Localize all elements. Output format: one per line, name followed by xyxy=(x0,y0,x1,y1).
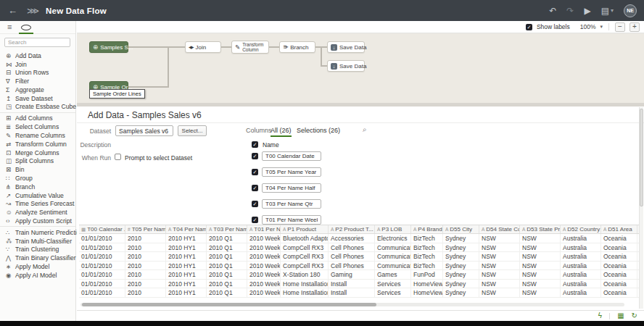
zoom-in-button[interactable]: + xyxy=(629,22,640,32)
field-name-input[interactable] xyxy=(262,199,321,209)
field-checkbox[interactable]: ✓ xyxy=(252,153,258,159)
sidebar-step-item[interactable]: ⊟ Union Rows xyxy=(0,69,75,78)
field-name-input[interactable] xyxy=(262,151,321,161)
field-checkbox[interactable]: ✓ xyxy=(252,201,258,207)
panel-vertical-scrollbar[interactable] xyxy=(639,107,643,309)
sidebar-step-item[interactable]: Σ Aggregate xyxy=(0,85,75,94)
table-column-header[interactable]: ▦ T00 Calendar ... xyxy=(79,225,125,233)
table-column-header[interactable]: A D54 State Code xyxy=(479,225,520,233)
table-column-header[interactable]: A P1 Product xyxy=(281,225,329,233)
dataflow-canvas[interactable]: ⊕ Samples S... ◀▶ Join ✎ Transform Colum… xyxy=(77,33,644,106)
user-avatar[interactable]: NE xyxy=(624,4,637,17)
table-column-header[interactable]: A T01 Per Nam... xyxy=(247,225,281,233)
sidebar-step-item[interactable]: ◉ Apply AI Model xyxy=(0,271,75,280)
refresh-icon[interactable]: ↻ xyxy=(632,312,637,319)
save-menu-button[interactable]: ▤ ▾ xyxy=(601,6,614,16)
table-column-header[interactable]: A T04 Per Nam... xyxy=(166,225,207,233)
sidebar-step-item[interactable]: ⊕ Add Data xyxy=(0,51,75,60)
sidebar-step-item[interactable]: ↥ Save Dataset xyxy=(0,94,75,103)
search-input[interactable] xyxy=(4,38,70,47)
sidebar-step-item[interactable]: ⊠ Bin xyxy=(0,165,75,174)
table-column-header[interactable]: A P3 LOB xyxy=(375,225,411,233)
table-column-header[interactable]: A D55 City xyxy=(443,225,479,233)
search-columns-icon[interactable]: ⌕ xyxy=(363,125,367,134)
show-labels-checkbox[interactable]: ✓ xyxy=(526,24,532,30)
cell: Accessories xyxy=(329,234,375,243)
sidebar-step-item[interactable]: ⋔ Branch xyxy=(0,183,75,191)
field-name-input[interactable] xyxy=(262,167,321,177)
sidebar-step-item[interactable]: ↗ Cumulative Value xyxy=(0,191,75,200)
scrollbar-thumb[interactable] xyxy=(82,303,376,306)
select-all-checkbox[interactable]: ✓ xyxy=(252,141,258,148)
sidebar-step-item[interactable]: ⊡ Merge Columns xyxy=(0,149,75,157)
sidebar-step-item[interactable]: ☺ Analyze Sentiment xyxy=(0,208,75,217)
sidebar-step-item[interactable]: ↝ Time Series Forecast xyxy=(0,200,75,209)
sidebar-step-item[interactable]: ⊞ Add Columns xyxy=(0,114,75,123)
data-preview-icon[interactable]: ▦ xyxy=(617,312,624,319)
table-row[interactable]: 01/01/2010 2010 2010 HY1 2010 Q1 2010 We… xyxy=(79,262,639,271)
undo-icon[interactable]: ↶ xyxy=(549,6,556,16)
table-row[interactable]: 01/01/2010 2010 2010 HY1 2010 Q1 2010 We… xyxy=(79,288,639,298)
field-checkbox[interactable]: ✓ xyxy=(252,169,258,175)
field-name-input[interactable] xyxy=(262,215,321,225)
select-dataset-button[interactable]: Select... xyxy=(178,125,207,136)
sidebar-step-item[interactable]: ◳ Create Essbase Cube xyxy=(0,103,75,113)
flow-steps-panel-icon[interactable] xyxy=(21,25,31,30)
redo-icon[interactable]: ↷ xyxy=(566,6,574,16)
data-panel-icon[interactable]: ≡ xyxy=(7,22,12,31)
sidebar-step-item[interactable]: ⋈ Join xyxy=(0,60,75,69)
column-header-label: D51 Area xyxy=(608,226,632,233)
zoom-level-value[interactable]: 100% xyxy=(580,23,596,30)
node-transform-column[interactable]: ✎ Transform Column xyxy=(231,41,269,54)
node-save-data-1[interactable]: ↓ Save Data xyxy=(327,41,365,53)
table-column-header[interactable]: A P4 Brand xyxy=(411,225,443,233)
field-checkbox[interactable]: ✓ xyxy=(252,217,258,223)
sidebar-step-item[interactable]: ∴ Train Numeric Prediction xyxy=(0,228,75,237)
tab-all-columns[interactable]: All (26) xyxy=(271,127,292,134)
auto-apply-icon[interactable]: ϟ xyxy=(598,312,602,319)
sidebar-step-item[interactable]: ∷ Group xyxy=(0,174,75,183)
table-column-header[interactable]: A P2 Product T... xyxy=(329,225,375,233)
cell: NSW xyxy=(479,252,520,261)
sidebar-step-item[interactable]: ∵ Train Clustering xyxy=(0,246,75,254)
table-row[interactable]: 01/01/2010 2010 2010 HY1 2010 Q1 2010 We… xyxy=(79,243,639,253)
sidebar-step-item[interactable]: ◫ Split Columns xyxy=(0,157,75,166)
tab-selections[interactable]: Selections (26) xyxy=(297,127,340,134)
zoom-out-button[interactable]: − xyxy=(615,22,625,32)
node-branch[interactable]: ⋔ Branch xyxy=(279,41,315,53)
cell: NSW xyxy=(520,252,561,261)
zoom-caret-icon[interactable]: ▾ xyxy=(600,24,603,30)
node-join[interactable]: ◀▶ Join xyxy=(185,41,221,53)
table-row[interactable]: 01/01/2010 2010 2010 HY1 2010 Q1 2010 We… xyxy=(79,270,639,280)
node-tooltip: Sample Order Lines xyxy=(89,89,145,99)
run-dataflow-icon[interactable]: ▶ xyxy=(584,6,590,16)
sidebar-step-item[interactable]: ‹› Apply Custom Script xyxy=(0,217,75,227)
sidebar-step-item[interactable]: ∗ Apply Model xyxy=(0,262,75,271)
prompt-dataset-checkbox[interactable] xyxy=(115,154,121,160)
node-save-data-2[interactable]: ↓ Save Data xyxy=(327,60,365,72)
table-column-header[interactable]: A T03 Per Nam... xyxy=(207,225,247,233)
table-row[interactable]: 01/01/2010 2010 2010 HY1 2010 Q1 2010 We… xyxy=(79,234,639,243)
sidebar-step-item[interactable]: ⋀ Train Binary Classifier xyxy=(0,254,75,262)
table-column-header[interactable]: A D51 Area xyxy=(601,225,637,233)
sidebar-step-item[interactable]: ✎ Rename Columns xyxy=(0,131,75,140)
sidebar-step-item[interactable]: ∇ Filter xyxy=(0,77,75,85)
node-samples-sales[interactable]: ⊕ Samples S... xyxy=(89,41,128,53)
sidebar-step-item[interactable]: ≣ Select Columns xyxy=(0,122,75,131)
step-label: Add Data xyxy=(15,52,41,59)
sidebar-step-item[interactable]: ⇄ Transform Column xyxy=(0,140,75,149)
table-row[interactable]: 01/01/2010 2010 2010 HY1 2010 Q1 2010 We… xyxy=(79,252,639,262)
table-row[interactable]: 01/01/2010 2010 2010 HY1 2010 Q1 2010 We… xyxy=(79,280,639,289)
table-column-header[interactable]: A D52 Country ... xyxy=(561,225,601,233)
step-label: Train Binary Classifier xyxy=(15,254,76,262)
field-name-input[interactable] xyxy=(262,183,321,193)
table-column-header[interactable]: # T05 Per Nam... xyxy=(125,225,166,233)
dataset-name-input[interactable] xyxy=(115,125,173,136)
table-column-header[interactable]: A D53 State Pr... xyxy=(520,225,561,233)
cell: 2010 Q1 xyxy=(207,270,247,279)
table-horizontal-scrollbar[interactable] xyxy=(80,303,624,306)
sidebar-step-item[interactable]: ⁂ Train Multi-Classifier xyxy=(0,237,75,246)
field-checkbox[interactable]: ✓ xyxy=(252,185,258,191)
back-icon[interactable]: ← xyxy=(8,5,17,16)
scrollbar-thumb[interactable] xyxy=(640,109,643,206)
